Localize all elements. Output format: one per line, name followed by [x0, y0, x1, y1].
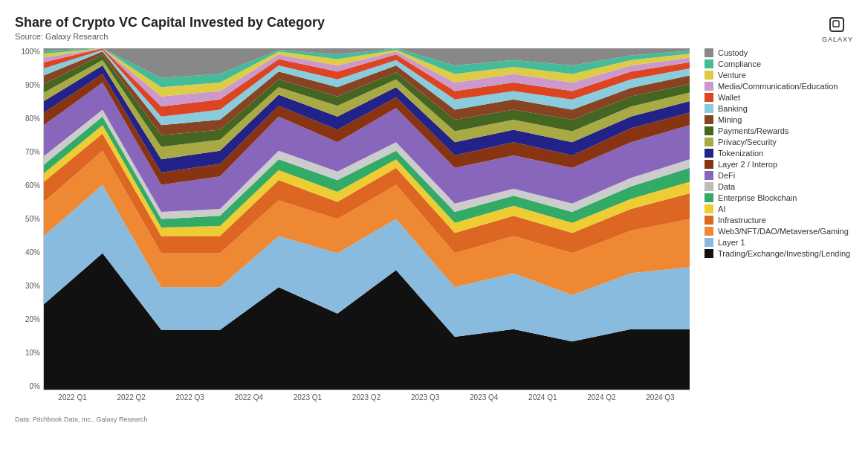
- chart-wrapper: 0%10%20%30%40%50%60%70%80%90%100%: [15, 48, 690, 413]
- legend-item: Data: [705, 182, 853, 191]
- legend-color-box: [705, 249, 713, 258]
- legend-item: Banking: [705, 104, 853, 113]
- legend-label-text: Privacy/Security: [718, 138, 777, 146]
- legend-label-text: Mining: [718, 115, 742, 124]
- legend-color-box: [705, 93, 713, 102]
- legend-color-box: [705, 171, 713, 180]
- y-axis-label: 30%: [15, 283, 43, 290]
- x-axis-label: 2023 Q3: [396, 393, 455, 401]
- legend-item: Venture: [705, 71, 853, 80]
- y-axis-label: 60%: [15, 182, 43, 190]
- legend-label-text: Payments/Rewards: [718, 126, 788, 135]
- legend-label-text: Banking: [718, 104, 748, 113]
- legend-color-box: [705, 82, 713, 91]
- legend-label-text: Trading/Exchange/Investing/Lending: [718, 249, 850, 258]
- x-axis-label: 2022 Q1: [43, 393, 102, 401]
- legend-item: Custody: [705, 48, 853, 57]
- y-axis-label: 0%: [15, 383, 43, 390]
- legend-item: Payments/Rewards: [705, 126, 853, 135]
- legend-color-box: [705, 216, 713, 225]
- y-axis-label: 40%: [15, 249, 43, 257]
- chart-inner: [43, 48, 690, 390]
- legend-item: Mining: [705, 115, 853, 124]
- galaxy-logo: galaxy: [822, 15, 853, 43]
- legend-color-box: [705, 115, 713, 124]
- legend-label-text: Layer 2 / Interop: [718, 160, 777, 169]
- legend-item: Layer 1: [705, 238, 853, 247]
- legend-color-box: [705, 59, 713, 68]
- y-axis: 0%10%20%30%40%50%60%70%80%90%100%: [15, 48, 43, 390]
- y-axis-label: 50%: [15, 216, 43, 223]
- x-axis: 2022 Q12022 Q22022 Q32022 Q42023 Q12023 …: [43, 390, 690, 413]
- x-axis-label: 2024 Q1: [514, 393, 572, 401]
- chart-area: 0%10%20%30%40%50%60%70%80%90%100%: [15, 48, 853, 413]
- legend-item: Wallet: [705, 93, 853, 102]
- legend-item: Tokenization: [705, 149, 853, 158]
- legend-item: Compliance: [705, 59, 853, 68]
- logo-text: galaxy: [822, 36, 853, 43]
- x-axis-label: 2022 Q4: [219, 393, 278, 401]
- legend-item: Trading/Exchange/Investing/Lending: [705, 249, 853, 258]
- x-axis-label: 2023 Q1: [278, 393, 337, 401]
- chart-source: Source: Galaxy Research: [15, 32, 853, 41]
- legend-label-text: DeFi: [718, 171, 735, 180]
- legend-color-box: [705, 204, 713, 213]
- legend-label-text: Custody: [718, 48, 748, 57]
- chart-title: Share of Crypto VC Capital Invested by C…: [15, 15, 853, 30]
- legend-label-text: Wallet: [718, 93, 740, 102]
- legend-label-text: Infrastructure: [718, 216, 766, 225]
- y-axis-label: 70%: [15, 149, 43, 156]
- legend-item: Layer 2 / Interop: [705, 160, 853, 169]
- legend-color-box: [705, 149, 713, 158]
- y-axis-label: 90%: [15, 82, 43, 89]
- x-axis-label: 2022 Q3: [161, 393, 219, 401]
- legend-label-text: Web3/NFT/DAO/Metaverse/Gaming: [718, 227, 849, 236]
- chart-footer: Data: Pitchbook Data, Inc., Galaxy Resea…: [15, 416, 853, 423]
- legend-label-text: Layer 1: [718, 238, 745, 247]
- legend-color-box: [705, 71, 713, 80]
- legend-item: Enterprise Blockchain: [705, 193, 853, 202]
- legend-color-box: [705, 160, 713, 169]
- y-axis-label: 100%: [15, 48, 43, 56]
- legend: CustodyComplianceVentureMedia/Communicat…: [690, 48, 853, 413]
- svg-rect-0: [830, 18, 843, 31]
- legend-color-box: [705, 138, 713, 146]
- y-axis-label: 10%: [15, 349, 43, 357]
- legend-color-box: [705, 182, 713, 191]
- y-axis-label: 80%: [15, 115, 43, 123]
- legend-label-text: Compliance: [718, 59, 761, 68]
- legend-color-box: [705, 238, 713, 247]
- legend-color-box: [705, 193, 713, 202]
- y-axis-label: 20%: [15, 316, 43, 323]
- x-axis-label: 2022 Q2: [102, 393, 161, 401]
- legend-label-text: Enterprise Blockchain: [718, 193, 797, 202]
- legend-label-text: Tokenization: [718, 149, 763, 158]
- legend-color-box: [705, 227, 713, 236]
- legend-item: AI: [705, 204, 853, 213]
- x-axis-label: 2023 Q2: [337, 393, 395, 401]
- svg-rect-1: [833, 21, 839, 27]
- legend-color-box: [705, 126, 713, 135]
- legend-label-text: AI: [718, 204, 725, 213]
- legend-label-text: Media/Communication/Education: [718, 82, 838, 91]
- legend-color-box: [705, 48, 713, 57]
- legend-label-text: Data: [718, 182, 735, 191]
- legend-item: DeFi: [705, 171, 853, 180]
- x-axis-label: 2024 Q3: [631, 393, 690, 401]
- legend-color-box: [705, 104, 713, 113]
- x-axis-label: 2024 Q2: [572, 393, 631, 401]
- legend-item: Infrastructure: [705, 216, 853, 225]
- legend-item: Media/Communication/Education: [705, 82, 853, 91]
- legend-item: Privacy/Security: [705, 138, 853, 146]
- x-axis-label: 2023 Q4: [455, 393, 514, 401]
- legend-item: Web3/NFT/DAO/Metaverse/Gaming: [705, 227, 853, 236]
- main-container: galaxy Share of Crypto VC Capital Invest…: [0, 0, 868, 458]
- chart-svg: [44, 48, 690, 390]
- legend-label-text: Venture: [718, 71, 746, 80]
